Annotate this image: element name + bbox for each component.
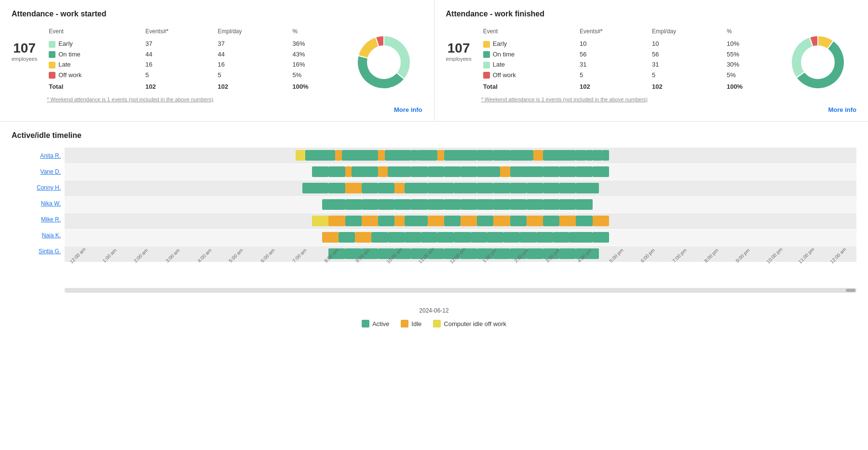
bar-active bbox=[328, 166, 345, 177]
date-label: 2024-06-12 bbox=[12, 307, 856, 314]
bar-idle bbox=[378, 166, 388, 177]
bar-active bbox=[444, 166, 461, 177]
bar-active bbox=[302, 183, 329, 193]
bar-active bbox=[328, 183, 345, 193]
table-row: Early 10 10 10% bbox=[481, 39, 779, 49]
bar-active bbox=[510, 183, 527, 193]
employee-link-sintia-g[interactable]: Sintia G. bbox=[39, 248, 61, 255]
bar-active bbox=[510, 199, 527, 210]
left-attendance-panel: Attendance - work started 107 employees … bbox=[0, 0, 434, 121]
employee-link-nika-w[interactable]: Nika W. bbox=[41, 200, 61, 207]
bar-active bbox=[388, 232, 404, 243]
left-attendance-table: Event Events#* Empl/day % Early 37 37 36… bbox=[47, 26, 345, 102]
bar-active bbox=[378, 199, 394, 210]
bar-active bbox=[576, 166, 592, 177]
bar-active bbox=[520, 232, 536, 243]
bar-idle bbox=[335, 150, 342, 161]
employee-link-anita-r[interactable]: Anita R. bbox=[40, 152, 61, 159]
bar-active bbox=[444, 150, 477, 161]
bar-active bbox=[570, 232, 593, 243]
timeline-row-anita-r bbox=[65, 148, 856, 164]
bar-active bbox=[559, 199, 576, 210]
bar-active bbox=[411, 199, 427, 210]
bar-idle bbox=[527, 216, 543, 226]
bar-active bbox=[454, 183, 477, 193]
legend-item-computer-idle-off-work: Computer idle off work bbox=[433, 320, 506, 327]
employee-link-mike-r[interactable]: Mike R. bbox=[41, 216, 61, 223]
table-row: Early 37 37 36% bbox=[47, 39, 345, 49]
left-more-info-link[interactable]: More info bbox=[394, 106, 422, 113]
right-col-pct: % bbox=[725, 26, 779, 39]
employee-label-conny-h: Conny H. bbox=[12, 179, 65, 195]
bar-active bbox=[527, 199, 543, 210]
bar-idle bbox=[345, 183, 362, 193]
bar-idle bbox=[322, 232, 339, 243]
bar-active bbox=[543, 183, 559, 193]
bar-active bbox=[576, 183, 599, 193]
left-weekend-link[interactable]: * Weekend attendance is 1 events (not in… bbox=[47, 96, 213, 102]
bar-active bbox=[477, 199, 493, 210]
bar-idle bbox=[437, 150, 444, 161]
bar-active bbox=[421, 232, 437, 243]
left-panel-title: Attendance - work started bbox=[12, 10, 422, 18]
left-weekend-note: * Weekend attendance is 1 events (not in… bbox=[47, 96, 345, 102]
employee-link-naja-k[interactable]: Naja K. bbox=[42, 232, 61, 239]
bar-active bbox=[352, 166, 378, 177]
table-total-row: Total102102100% bbox=[481, 80, 779, 92]
time-axis: 12:00 am1:00 am2:00 am3:00 am4:00 am5:00… bbox=[65, 263, 856, 287]
bar-active bbox=[510, 216, 527, 226]
bar-active bbox=[543, 216, 559, 226]
right-more-info-link[interactable]: More info bbox=[828, 106, 857, 113]
bar-active bbox=[411, 166, 427, 177]
svg-point-3 bbox=[801, 45, 835, 79]
table-row: Off work 5 5 5% bbox=[481, 70, 779, 81]
bar-active bbox=[405, 232, 421, 243]
left-col-pct: % bbox=[290, 26, 345, 39]
bar-idle bbox=[378, 150, 385, 161]
bar-active bbox=[362, 199, 378, 210]
bar-active bbox=[477, 166, 500, 177]
table-row: On time 44 44 43% bbox=[47, 49, 345, 60]
right-weekend-note: * Weekend attendance is 1 events (not in… bbox=[481, 96, 779, 102]
bar-idle bbox=[362, 216, 378, 226]
scrollbar-thumb bbox=[846, 289, 855, 292]
bar-active bbox=[576, 199, 592, 210]
bar-active bbox=[394, 199, 411, 210]
bar-active bbox=[428, 166, 444, 177]
legend-item-idle: Idle bbox=[401, 320, 421, 327]
bar-active bbox=[322, 199, 345, 210]
bar-active bbox=[543, 150, 576, 161]
bar-active bbox=[388, 166, 411, 177]
bar-active bbox=[602, 150, 609, 161]
bar-active bbox=[553, 232, 570, 243]
bar-active bbox=[503, 232, 520, 243]
timeline-row-naja-k bbox=[65, 230, 856, 245]
bar-active bbox=[461, 166, 477, 177]
employee-label-sintia-g: Sintia G. bbox=[12, 243, 65, 259]
employee-link-conny-h[interactable]: Conny H. bbox=[37, 184, 61, 191]
svg-point-1 bbox=[367, 45, 401, 79]
legend-color-box bbox=[433, 320, 441, 327]
table-row: On time 56 56 55% bbox=[481, 49, 779, 60]
bar-active bbox=[362, 183, 378, 193]
bar-idle bbox=[328, 216, 345, 226]
bar-idle_offwork bbox=[296, 150, 306, 161]
bar-active bbox=[477, 216, 493, 226]
employee-link-vane-d[interactable]: Vane D. bbox=[41, 168, 61, 175]
bar-idle bbox=[428, 216, 444, 226]
left-col-events: Events#* bbox=[143, 26, 216, 39]
timeline-row-vane-d bbox=[65, 164, 856, 180]
bar-active bbox=[428, 183, 454, 193]
bar-active bbox=[543, 166, 559, 177]
bar-active bbox=[559, 166, 576, 177]
bar-active bbox=[378, 216, 394, 226]
bar-idle_offwork bbox=[312, 216, 328, 226]
bar-active bbox=[312, 166, 328, 177]
bar-idle bbox=[593, 216, 609, 226]
bar-idle bbox=[493, 216, 510, 226]
timeline-scrollbar[interactable] bbox=[65, 288, 856, 293]
right-employee-count: 107 employees bbox=[446, 41, 472, 62]
employee-label-mike-r: Mike R. bbox=[12, 211, 65, 227]
right-weekend-link[interactable]: * Weekend attendance is 1 events (not in… bbox=[481, 96, 648, 102]
bar-active bbox=[385, 150, 411, 161]
